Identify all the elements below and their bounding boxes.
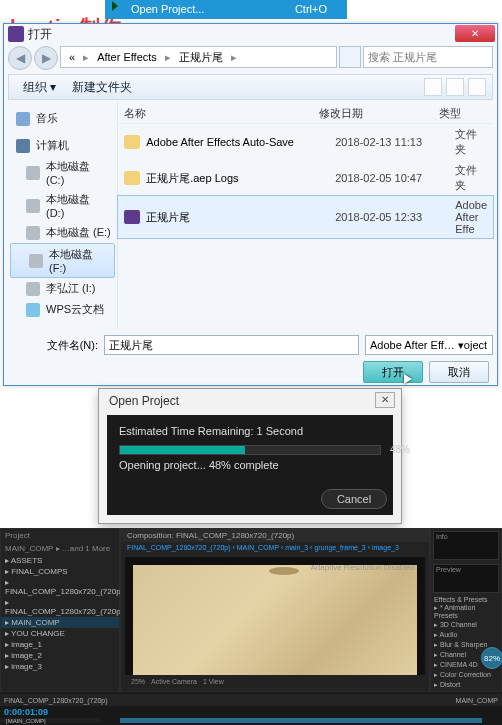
preview-panel[interactable]: Preview: [433, 564, 499, 593]
col-date[interactable]: 修改日期: [319, 106, 439, 121]
timeline-layer[interactable]: [MAIN_COMP]: [0, 718, 502, 723]
layer-clip[interactable]: [120, 718, 482, 723]
dialog-toolbar: 组织 ▾ 新建文件夹: [8, 74, 493, 100]
music-icon: [16, 112, 30, 126]
ae-workspace: Project MAIN_COMP ▸ …and 1 More ▸ ASSETS…: [0, 528, 502, 725]
project-bin-item[interactable]: ▸ FINAL_COMP_1280x720_(720p): [1, 597, 119, 617]
viewer-footer: 25% Active Camera 1 View: [125, 675, 425, 687]
app-menu-bar: Open Project... Ctrl+O: [0, 0, 502, 14]
effect-category[interactable]: ▸ 3D Channel: [434, 620, 498, 630]
composition-viewer[interactable]: Adaptive Resolution Disabled 25% Active …: [125, 557, 425, 687]
nav-disk-f[interactable]: 本地磁盘 (F:): [10, 243, 115, 278]
viewer-frame: [133, 565, 417, 679]
nav-back-button[interactable]: ◀: [8, 46, 32, 70]
folder-icon: [124, 135, 140, 149]
project-bin-item[interactable]: ▸ MAIN_COMP: [1, 617, 119, 628]
nav-music[interactable]: 音乐: [8, 108, 117, 129]
info-panel[interactable]: Info: [433, 531, 499, 560]
project-bin-item[interactable]: ▸ YOU CHANGE: [1, 628, 119, 639]
file-date: 2018-02-05 12:33: [335, 211, 455, 223]
view-icon[interactable]: [424, 78, 442, 96]
refresh-button[interactable]: [339, 46, 361, 68]
effect-category[interactable]: ▸ Distort: [434, 680, 498, 690]
timeline-panel[interactable]: FINAL_COMP_1280x720_(720p) MAIN_COMP 0:0…: [0, 694, 502, 725]
cancel-button[interactable]: 取消: [429, 361, 489, 383]
file-row[interactable]: 正规片尾.aep Logs2018-02-05 10:47文件夹: [118, 160, 493, 196]
breadcrumb[interactable]: «▸ After Effects▸ 正规片尾▸: [60, 46, 337, 68]
open-button[interactable]: 打开: [363, 361, 423, 383]
project-bin-item[interactable]: ▸ FINAL_COMPS: [1, 566, 119, 577]
project-panel-tab[interactable]: Project: [1, 529, 119, 542]
help-icon[interactable]: [468, 78, 486, 96]
nav-computer[interactable]: 计算机: [8, 135, 117, 156]
composition-tab[interactable]: Composition: FINAL_COMP_1280x720_(720p): [121, 529, 429, 542]
nav-disk-e[interactable]: 本地磁盘 (E:): [8, 222, 117, 243]
col-type[interactable]: 类型: [439, 106, 487, 121]
composition-panel: Composition: FINAL_COMP_1280x720_(720p) …: [120, 528, 430, 692]
file-row[interactable]: Adobe After Effects Auto-Save2018-02-13 …: [118, 124, 493, 160]
project-bin-item[interactable]: ▸ image_2: [1, 650, 119, 661]
project-bin-item[interactable]: ▸ FINAL_COMP_1280x720_(720p): [1, 577, 119, 597]
timeline-tab[interactable]: FINAL_COMP_1280x720_(720p): [4, 697, 108, 704]
nav-user-drive[interactable]: 李弘江 (I:): [8, 278, 117, 299]
file-name: Adobe After Effects Auto-Save: [146, 136, 335, 148]
effects-tab[interactable]: Effects & Presets: [434, 596, 498, 603]
dialog-app-icon: [8, 26, 24, 42]
new-folder-button[interactable]: 新建文件夹: [64, 77, 140, 98]
viewer-resolution-label: Adaptive Resolution Disabled: [310, 563, 415, 572]
progress-close-button[interactable]: ✕: [375, 392, 395, 408]
disk-icon: [26, 282, 40, 296]
viewer-artifact: [269, 567, 299, 575]
viewer-zoom[interactable]: 25%: [131, 678, 145, 685]
breadcrumb-overflow[interactable]: «: [65, 51, 79, 63]
composition-crumbs[interactable]: FINAL_COMP_1280x720_(720p) ‹ MAIN_COMP ‹…: [121, 542, 429, 553]
filetype-select[interactable]: Adobe After Eff… ▾oject: [365, 335, 493, 355]
progress-bar: 48%: [119, 445, 381, 455]
col-name[interactable]: 名称: [124, 106, 319, 121]
progress-cancel-button[interactable]: Cancel: [321, 489, 387, 509]
file-name: 正规片尾.aep Logs: [146, 171, 335, 186]
file-date: 2018-02-05 10:47: [335, 172, 455, 184]
project-panel[interactable]: Project MAIN_COMP ▸ …and 1 More ▸ ASSETS…: [0, 528, 120, 692]
preview-pane-icon[interactable]: [446, 78, 464, 96]
project-bin-item[interactable]: ▸ image_3: [1, 661, 119, 672]
effect-category[interactable]: ▸ Audio: [434, 630, 498, 640]
nav-forward-button[interactable]: ▶: [34, 46, 58, 70]
folder-icon: [124, 171, 140, 185]
nav-disk-c[interactable]: 本地磁盘 (C:): [8, 156, 117, 189]
disk-icon: [26, 199, 40, 213]
breadcrumb-item[interactable]: 正规片尾: [175, 50, 227, 65]
breadcrumb-item[interactable]: After Effects: [93, 51, 161, 63]
right-panels: Info Preview Effects & Presets ▸ * Anima…: [430, 528, 502, 692]
timecode[interactable]: 0:00:01:09: [0, 706, 502, 718]
organize-button[interactable]: 组织 ▾: [15, 77, 64, 98]
menu-open-project[interactable]: Open Project... Ctrl+O: [105, 0, 347, 19]
filename-label: 文件名(N):: [8, 338, 98, 353]
disk-icon: [26, 166, 40, 180]
project-bin-item[interactable]: ▸ image_1: [1, 639, 119, 650]
effect-category[interactable]: ▸ * Animation Presets: [434, 603, 498, 620]
file-type: Adobe After Effe: [455, 199, 487, 235]
open-file-dialog: 打开 ✕ ◀ ▶ «▸ After Effects▸ 正规片尾▸ 搜索 正规片尾…: [3, 23, 498, 386]
effect-category[interactable]: ▸ Color Correction: [434, 670, 498, 680]
viewer-camera[interactable]: Active Camera: [151, 678, 197, 685]
effects-panel[interactable]: Effects & Presets ▸ * Animation Presets▸…: [431, 595, 501, 691]
project-bin-item[interactable]: ▸ ASSETS: [1, 555, 119, 566]
project-selected: MAIN_COMP ▸ …and 1 More: [1, 542, 119, 555]
viewer-views[interactable]: 1 View: [203, 678, 224, 685]
file-date: 2018-02-13 11:13: [335, 136, 455, 148]
file-row[interactable]: 正规片尾2018-02-05 12:33Adobe After Effe: [118, 196, 493, 238]
progress-percent: 48%: [390, 444, 410, 455]
search-input[interactable]: 搜索 正规片尾: [363, 46, 493, 68]
filename-input[interactable]: [104, 335, 359, 355]
layer-name[interactable]: [MAIN_COMP]: [0, 718, 100, 723]
nav-cloud[interactable]: WPS云文档: [8, 299, 117, 320]
nav-network[interactable]: 网络: [8, 326, 117, 329]
nav-disk-d[interactable]: 本地磁盘 (D:): [8, 189, 117, 222]
dialog-close-button[interactable]: ✕: [455, 25, 495, 42]
menu-shortcut: Ctrl+O: [295, 0, 327, 19]
file-name: 正规片尾: [146, 210, 335, 225]
search-placeholder: 搜索 正规片尾: [368, 50, 437, 65]
disk-icon: [26, 226, 40, 240]
timeline-tab-2[interactable]: MAIN_COMP: [456, 697, 498, 704]
